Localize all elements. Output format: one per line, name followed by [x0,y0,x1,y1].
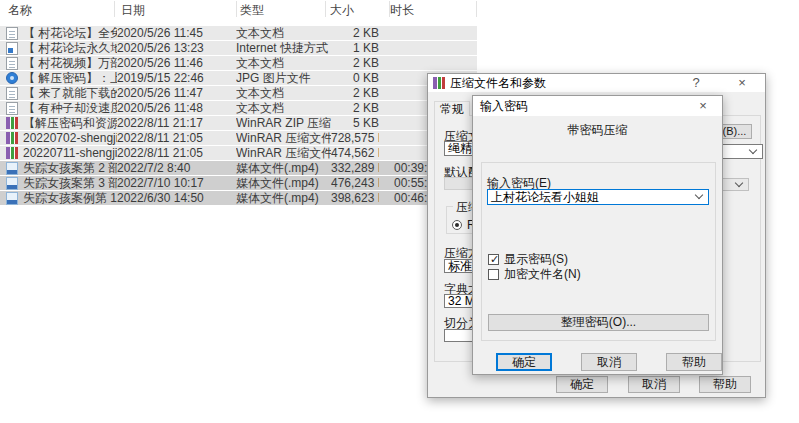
checkbox-checked-icon: ✓ [488,254,499,265]
media-file-icon [6,192,18,205]
table-row[interactable]: 【 来了就能下载的... 2020/5/26 11:47 文本文档 2 KB [0,86,477,100]
file-date: 2022/8/11 21:05 [117,131,236,145]
checkbox-unchecked-icon [488,269,499,280]
file-size: 1 KB [331,41,379,55]
help-icon[interactable]: ? [685,74,707,92]
file-size: 474,562 KB [331,146,379,160]
close-icon[interactable]: × [692,96,714,116]
chevron-down-icon [749,145,757,153]
tab-general[interactable]: 常规 [434,101,470,116]
file-size: 2 KB [331,101,379,115]
file-date: 2022/6/30 14:50 [117,191,236,205]
file-date: 2022/7/10 10:17 [117,176,236,190]
file-date: 2020/5/26 11:45 [117,26,236,40]
password-value: 上村花论坛看小姐姐 [491,190,599,204]
help-button[interactable]: 帮助 [699,376,751,393]
close-icon[interactable]: × [731,74,753,92]
password-banner: 带密码压缩 [473,122,722,139]
winrar-archive-icon [6,147,18,159]
text-file-icon [6,57,18,70]
file-size: 728,575 KB [331,131,379,145]
table-row[interactable]: 【 解压密码】：上... 2019/5/15 22:46 JPG 图片文件 0 … [0,71,477,85]
text-file-icon [6,27,18,40]
file-name: 20220702-shengji... [23,131,117,145]
jpg-image-icon [6,72,18,84]
file-date: 2022/8/11 21:05 [117,146,236,160]
media-file-icon [6,177,18,190]
table-row-selected[interactable]: 失踪女孩案第 2 部... 2022/7/2 8:40 媒体文件(.mp4) 3… [0,161,477,175]
column-header-name[interactable]: 名称 [8,2,32,19]
file-date: 2020/5/26 11:48 [117,101,236,115]
file-name: 失踪女孩案例第 1 ... [23,190,117,207]
archive-dialog-title: 压缩文件名和参数 [450,75,546,92]
table-row[interactable]: 【 村花论坛】全免... 2020/5/26 11:45 文本文档 2 KB [0,26,477,40]
file-size: 2 KB [331,86,379,100]
file-date: 2022/8/11 21:17 [117,116,236,130]
text-file-icon [6,87,18,100]
file-size: 0 KB [331,71,379,85]
table-row[interactable]: 【 村花论坛永久地... 2020/5/26 13:23 Internet 快捷… [0,41,477,55]
file-name: 【解压密码和资源... [23,115,117,132]
column-header-duration[interactable]: 时长 [390,2,414,19]
column-header-size[interactable]: 大小 [330,2,354,19]
password-dialog: 输入密码 × 带密码压缩 输入密码(E) 上村花论坛看小姐姐 ✓ 显示密码(S)… [472,95,723,375]
encrypt-names-checkbox[interactable]: 加密文件名(N) [488,266,581,283]
file-size: 476,243 KB [331,176,379,190]
table-row[interactable]: 20220711-shengji... 2022/8/11 21:05 WinR… [0,146,477,160]
winrar-app-icon [433,77,445,89]
column-divider[interactable] [236,1,237,17]
method-value: 标准 [448,259,472,273]
file-rows: 【 村花论坛】全免... 2020/5/26 11:45 文本文档 2 KB 【… [0,26,477,206]
column-header-type[interactable]: 类型 [240,2,264,19]
file-date: 2020/5/26 13:23 [117,41,236,55]
text-file-icon [6,102,18,115]
column-divider[interactable] [325,1,326,17]
cancel-button[interactable]: 取消 [628,376,680,393]
file-date: 2019/5/15 22:46 [117,71,236,85]
table-row[interactable]: 20220702-shengji... 2022/8/11 21:05 WinR… [0,131,477,145]
file-date: 2022/7/2 8:40 [117,161,236,175]
file-size: 332,289 KB [331,161,379,175]
file-size: 5 KB [331,116,379,130]
winrar-archive-icon [6,132,18,144]
cancel-button[interactable]: 取消 [581,353,637,371]
table-row-selected[interactable]: 失踪女孩案例第 1 ... 2022/6/30 14:50 媒体文件(.mp4)… [0,191,477,205]
file-type: 媒体文件(.mp4) [236,190,331,207]
winrar-archive-icon [6,117,18,129]
chevron-down-icon [695,191,703,199]
column-divider[interactable] [476,1,477,17]
list-header: 名称 日期 类型 大小 时长 [0,0,480,18]
table-row[interactable]: 【解压密码和资源... 2022/8/11 21:17 WinRAR ZIP 压… [0,116,477,130]
help-button[interactable]: 帮助 [666,353,722,371]
column-header-date[interactable]: 日期 [121,2,145,19]
column-divider[interactable] [389,1,390,17]
archive-dialog-titlebar[interactable]: 压缩文件名和参数 ? × [428,74,765,92]
file-size: 2 KB [331,26,379,40]
password-input[interactable]: 上村花论坛看小姐姐 [487,189,709,205]
password-dialog-title: 输入密码 [480,98,528,115]
column-divider[interactable] [114,1,115,17]
file-size: 398,623 KB [331,191,379,205]
internet-shortcut-icon [6,42,18,55]
table-row[interactable]: 【 有种子却没速度... 2020/5/26 11:48 文本文档 2 KB [0,101,477,115]
file-date: 2020/5/26 11:47 [117,86,236,100]
file-list: 名称 日期 类型 大小 时长 【 村花论坛】全免... 2020/5/26 11… [0,0,480,220]
file-date: 2020/5/26 11:46 [117,56,236,70]
ok-button[interactable]: 确定 [496,353,552,371]
password-dialog-titlebar[interactable]: 输入密码 × [473,96,722,116]
radio-selected-icon [452,220,462,230]
encrypt-names-label: 加密文件名(N) [504,266,581,283]
file-size: 2 KB [331,56,379,70]
table-row-selected[interactable]: 失踪女孩案第 3 部... 2022/7/10 10:17 媒体文件(.mp4)… [0,176,477,190]
organize-passwords-button[interactable]: 整理密码(O)... [488,314,709,331]
table-row[interactable]: 【 村花视频】万部... 2020/5/26 11:46 文本文档 2 KB [0,56,477,70]
file-name: 20220711-shengji... [23,146,117,160]
chevron-down-icon [735,178,743,186]
ok-button[interactable]: 确定 [556,376,608,393]
media-file-icon [6,162,18,175]
